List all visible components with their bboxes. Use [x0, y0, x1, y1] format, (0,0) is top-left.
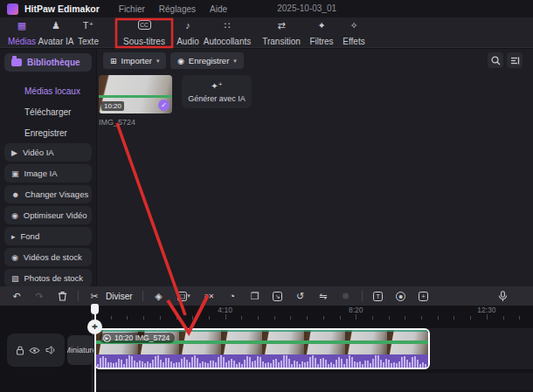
waveform-bar [299, 364, 301, 368]
sidebar-item-optimiseur-video[interactable]: ◉ Optimiseur Vidéo [4, 206, 92, 224]
mute-track-button[interactable] [45, 346, 56, 354]
media-item-img-5724[interactable]: 10:20 ✓ IMG_5724 [99, 75, 172, 127]
clip-waveform [96, 354, 428, 368]
freeze-frame-button[interactable]: ❄ [335, 288, 357, 304]
sidebar-item-video-ia[interactable]: ▶ Vidéo IA [4, 143, 92, 162]
waveform-bar [417, 360, 419, 368]
ruler-tick [111, 316, 112, 320]
waveform-bar [267, 362, 269, 368]
waveform-bar [359, 361, 361, 368]
tab-medias[interactable]: ▦ Médias [4, 20, 39, 46]
reverse-button[interactable]: ↺ [289, 288, 312, 304]
sort-button[interactable] [507, 52, 523, 68]
tab-transition[interactable]: ⇄ Transition [255, 20, 308, 46]
sidebar-item-image-ia[interactable]: ▣ Image IA [4, 164, 92, 182]
export-frame-button[interactable]: ↘ [266, 288, 289, 304]
sidebar-item-photos-de-stock[interactable]: ▨ Photos de stock [4, 269, 92, 287]
waveform-bar [338, 357, 340, 368]
crop-button[interactable]: ❐ [244, 288, 266, 304]
waveform-bar [283, 355, 285, 368]
waveform-bar [364, 361, 366, 368]
mirror-button[interactable]: ⇋ [312, 288, 335, 304]
waveform-bar [393, 362, 395, 368]
tab-sous-titres[interactable]: CC Sous-titres [119, 20, 170, 46]
zoom-frame-button[interactable]: + [412, 288, 435, 304]
sidebar-item-bibliotheque[interactable]: Bibliothèque [4, 53, 92, 72]
hide-track-button[interactable] [29, 347, 40, 354]
playhead-handle[interactable] [91, 304, 99, 314]
waveform-bar [401, 357, 403, 368]
delete-gap-button[interactable]: ≡✕ [198, 288, 221, 304]
split-button[interactable]: ✂ [83, 288, 106, 304]
clip-frame-thumb [262, 330, 304, 356]
waveform-bar [362, 364, 363, 368]
generate-with-ai-button[interactable]: ✦⁺ Générer avec IA [182, 75, 252, 108]
ruler-tick [241, 316, 242, 320]
waveform-bar [425, 364, 426, 368]
clip-play-icon: ▶ [103, 334, 111, 342]
waveform-bar [115, 362, 117, 368]
sidebar-item-changer-visages[interactable]: ☻ Changer Visages [4, 185, 92, 203]
waveform-bar [121, 360, 122, 368]
timeline-area: 4:108:2012:30 [0, 306, 533, 392]
speed-button[interactable]: ◔ [221, 288, 244, 304]
face-icon: ☻ [396, 292, 405, 301]
delete-button[interactable] [51, 288, 73, 304]
record-button[interactable]: ◉ Enregistrer ▾ [170, 52, 244, 69]
menu-aide[interactable]: Aide [210, 4, 227, 14]
ruler-time-label: 12:30 [477, 306, 495, 314]
waveform-bar [346, 359, 348, 368]
tab-filtres[interactable]: ✦ Filtres [304, 20, 339, 46]
empty-track[interactable] [93, 373, 533, 390]
import-button[interactable]: ⊞ Importer ▾ [103, 52, 166, 69]
frame-dropdown-button[interactable]: ❏ ▾ [170, 288, 198, 304]
waveform-bar [333, 364, 335, 368]
menu-fichier[interactable]: Fichier [119, 4, 145, 14]
waveform-bar [105, 358, 107, 368]
redo-button[interactable]: ↷ [28, 288, 51, 304]
waveform-bar [349, 355, 350, 368]
ruler-tick [127, 316, 128, 320]
voiceover-button[interactable] [491, 288, 514, 304]
waveform-bar [110, 362, 112, 368]
waveform-bar [304, 362, 306, 368]
waveform-bar [218, 357, 219, 368]
thumbnail-track-button[interactable]: Miniature [67, 335, 93, 365]
ruler-tick [209, 316, 210, 320]
toolbar-separator [142, 291, 143, 301]
waveform-bar [249, 357, 251, 368]
timeline-clip-img-5724[interactable]: ▶ 10:20 IMG_5724 [94, 328, 430, 369]
sidebar-link-enregistrer[interactable]: Enregistrer [24, 128, 67, 138]
tab-texte[interactable]: T⁺ Texte [73, 20, 104, 46]
face-track-button[interactable]: ☻ [390, 288, 412, 304]
sidebar-item-fond[interactable]: ▸ Fond [4, 227, 92, 245]
toolbar-separator [78, 291, 79, 301]
titlebar: HitPaw Edimakor Fichier Réglages Aide 20… [0, 0, 533, 17]
effects-icon: ✧ [350, 20, 357, 31]
tab-effets[interactable]: ✧ Effets [336, 20, 372, 46]
undo-button[interactable]: ↶ [5, 288, 28, 304]
stock-video-icon: ◉ [11, 253, 18, 262]
waveform-bar [396, 363, 398, 368]
waveform-bar [412, 357, 413, 368]
tab-autocollants[interactable]: ∷ Autocollants [196, 20, 259, 46]
sidebar-item-videos-de-stock[interactable]: ◉ Vidéos de stock [4, 248, 92, 266]
split-label[interactable]: Diviser [106, 292, 133, 301]
filters-icon: ✦ [317, 20, 325, 31]
sidebar-link-telecharger[interactable]: Télécharger [24, 107, 71, 117]
sidebar-link-medias-locaux[interactable]: Médias locaux [24, 86, 80, 96]
ai-sparkle-icon: ✦⁺ [211, 81, 223, 91]
search-button[interactable] [488, 52, 503, 68]
marker-button[interactable]: ◈ [148, 288, 170, 304]
clip-start-badge[interactable]: ✚ [87, 320, 102, 334]
tab-avatar-ia[interactable]: ♟ Avatar IA [36, 20, 76, 46]
waveform-bar [343, 364, 345, 368]
waveform-bar [380, 360, 382, 368]
chevron-down-icon: ▾ [187, 292, 190, 299]
lock-track-button[interactable] [16, 346, 24, 355]
add-text-button[interactable]: T [367, 288, 390, 304]
selected-check-icon: ✓ [158, 100, 170, 111]
menu-reglages[interactable]: Réglages [159, 4, 196, 14]
timeline-ruler[interactable]: 4:108:2012:30 [0, 306, 533, 320]
waveform-bar [144, 363, 146, 368]
